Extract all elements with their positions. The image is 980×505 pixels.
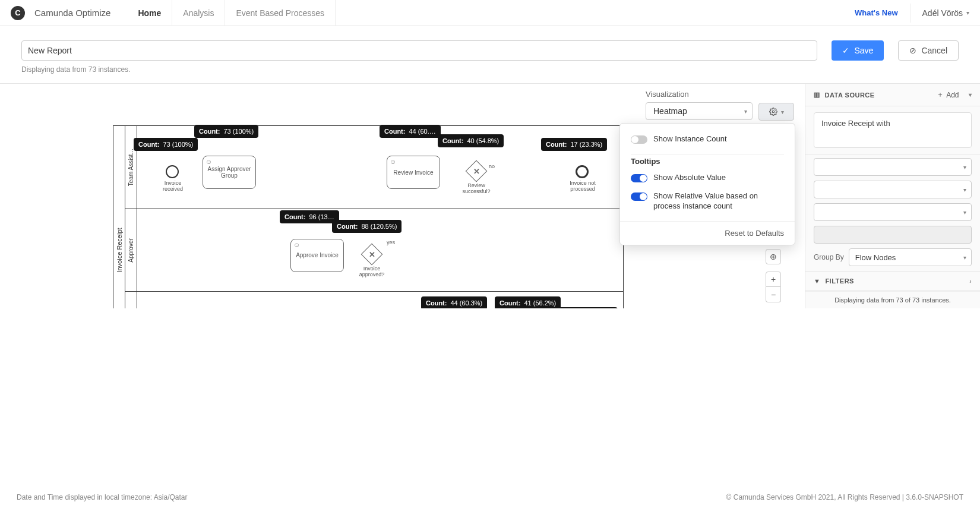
panel-footer-note: Displaying data from 73 of 73 instances. (805, 291, 980, 308)
task-approve-invoice[interactable]: ☺ Approve Invoice (290, 239, 344, 272)
show-absolute-label: Show Absolute Value (653, 173, 726, 183)
report-config-select-2[interactable]: ▾ (814, 181, 972, 198)
settings-popover: Show Instance Count Tooltips Show Absolu… (619, 123, 795, 245)
gateway-review-label: Review successful? (459, 183, 494, 195)
tooltips-heading: Tooltips (620, 154, 795, 171)
user-name: Adél Vörös (922, 8, 963, 18)
side-panel: ▥ Data Source ＋ Add ▾ Invoice Receipt wi… (805, 84, 980, 308)
visualization-select[interactable]: Heatmap ▾ (646, 102, 753, 120)
cancel-button[interactable]: ⊘ Cancel (898, 40, 959, 61)
filter-icon: ▼ (814, 277, 820, 285)
tooltip-approve: Count:96 (13… (280, 210, 339, 223)
chevron-down-icon: ▾ (963, 187, 966, 193)
edge-no-label: no (489, 164, 495, 170)
lane-approver: Approver (128, 238, 134, 263)
gateway-approved-label: Invoice approved? (355, 266, 389, 278)
tooltip-approve-gw: Count:88 (120.5%) (332, 220, 402, 233)
report-config-select-4[interactable] (814, 226, 972, 244)
toggle-show-absolute[interactable] (631, 174, 647, 182)
nav-event-based-processes[interactable]: Event Based Processes (225, 0, 336, 26)
end-event-not-processed[interactable] (576, 165, 589, 178)
brand-name: Camunda Optimize (34, 8, 110, 18)
filters-section-header[interactable]: ▼ Filters › (805, 272, 980, 291)
pool-title: Invoice Receipt (116, 228, 123, 272)
report-config-select-3[interactable]: ▾ (814, 203, 972, 221)
zoom-in-button[interactable]: + (766, 272, 781, 287)
user-menu[interactable]: Adél Vörös ▾ (910, 4, 969, 23)
instance-sub-info: Displaying data from 73 instances. (0, 65, 980, 83)
show-instance-label: Show Instance Count (653, 134, 727, 144)
toggle-show-instance-count[interactable] (631, 135, 647, 144)
chevron-down-icon: ▾ (744, 108, 747, 115)
logo: C (11, 6, 25, 20)
zoom-out-button[interactable]: − (766, 287, 781, 302)
task-review-invoice[interactable]: ☺ Review Invoice (387, 156, 440, 189)
toggle-show-relative[interactable] (631, 192, 647, 201)
add-datasource-button[interactable]: ＋ Add (937, 90, 959, 100)
datasource-icon: ▥ (814, 91, 820, 99)
report-config-select-1[interactable]: ▾ (814, 158, 972, 176)
user-icon: ☺ (293, 241, 300, 248)
end-not-label: Invoice not processed (566, 181, 599, 192)
tooltip-end-proc: Count:41 (56.2%) (552, 307, 618, 308)
nav-analysis[interactable]: Analysis (172, 0, 225, 26)
report-name-input[interactable] (21, 40, 817, 61)
chevron-down-icon: ▾ (963, 164, 966, 171)
gateway-invoice-approved[interactable]: ✕ (361, 243, 383, 265)
svg-point-0 (772, 111, 774, 113)
edge-yes-label: yes (387, 240, 395, 246)
visualization-settings-button[interactable]: ▾ (758, 103, 794, 121)
plus-icon: + (771, 274, 776, 284)
whats-new-link[interactable]: What's New (855, 8, 897, 17)
gateway-review-successful[interactable]: ✕ (466, 160, 488, 182)
show-relative-label: Show Relative Value based on process ins… (653, 191, 784, 212)
datasource-item[interactable]: Invoice Receipt with (814, 112, 972, 148)
tooltip-archive: Count:41 (56.2%) (495, 296, 561, 308)
locate-button[interactable]: ⊕ (766, 249, 781, 264)
tooltip-prepare: Count:44 (60.3%) (421, 296, 487, 308)
tooltip-start: Count:73 (100%) (134, 138, 198, 151)
crosshair-icon: ⊕ (770, 252, 777, 261)
user-icon: ☺ (206, 158, 212, 165)
chevron-right-icon: › (969, 278, 972, 285)
minus-icon: − (771, 290, 776, 299)
report-header: ✓ Save ⊘ Cancel (0, 26, 980, 65)
groupby-select[interactable]: Flow Nodes ▾ (849, 248, 972, 266)
task-assign-approver[interactable]: ☺ Assign Approver Group (203, 156, 256, 189)
start-event[interactable] (166, 165, 179, 178)
chevron-down-icon: ▾ (781, 109, 784, 115)
diagram-canvas[interactable]: Visualization Heatmap ▾ ▾ Show Instance … (0, 84, 805, 308)
start-event-label: Invoice received (160, 181, 186, 192)
user-icon: ☺ (390, 158, 396, 165)
top-bar: C Camunda Optimize Home Analysis Event B… (0, 0, 980, 26)
chevron-down-icon: ▾ (963, 254, 966, 261)
tooltip-assign: Count:73 (100%) (194, 125, 258, 138)
bpmn-diagram: Invoice Receipt Team Assist… Invoice rec… (113, 125, 624, 308)
gear-icon (769, 108, 777, 116)
check-icon: ✓ (842, 46, 849, 55)
chevron-down-icon: ▾ (963, 209, 966, 216)
save-button[interactable]: ✓ Save (832, 40, 884, 61)
lane-team-assist: Team Assist… (128, 149, 134, 186)
groupby-label: Group By (814, 253, 844, 261)
tooltip-review: Count:44 (60.… (380, 125, 441, 138)
plus-icon: ＋ (937, 90, 944, 100)
visualization-label: Visualization (646, 90, 753, 99)
chevron-down-icon: ▾ (966, 10, 969, 16)
tooltip-review-gw: Count:40 (54.8%) (438, 134, 504, 147)
nav-home[interactable]: Home (127, 0, 172, 26)
cancel-icon: ⊘ (909, 46, 916, 55)
reset-defaults-button[interactable]: Reset to Defaults (620, 221, 795, 245)
tooltip-end-not: Count:17 (23.3%) (541, 138, 607, 151)
chevron-down-icon: ▾ (969, 91, 972, 98)
datasource-section-header[interactable]: ▥ Data Source ＋ Add ▾ (805, 84, 980, 106)
